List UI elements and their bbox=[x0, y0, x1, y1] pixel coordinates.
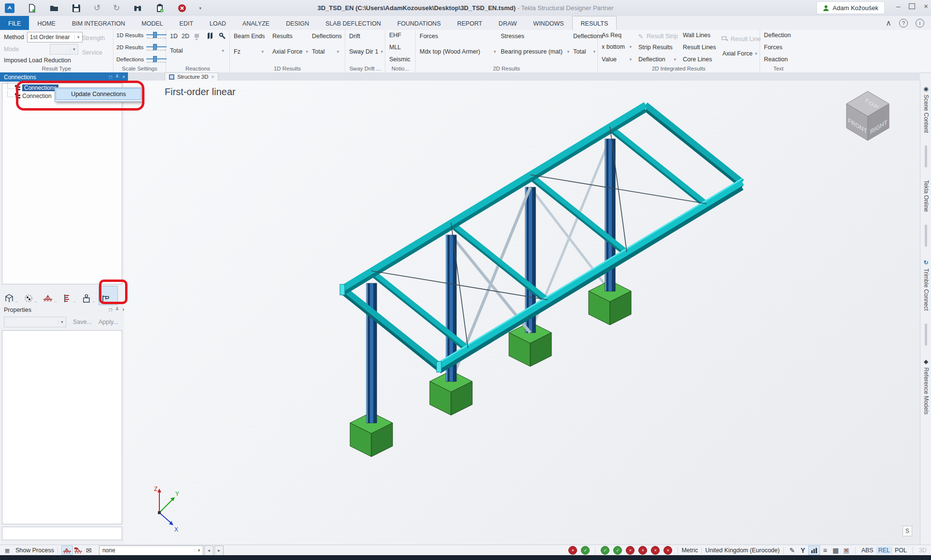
chart-icon[interactable] bbox=[808, 546, 820, 555]
sway-dir-select[interactable]: Sway Dir 1▾ bbox=[349, 48, 382, 55]
method-select[interactable]: 1st Order linear▾ bbox=[27, 32, 83, 42]
tab-load[interactable]: LOAD bbox=[201, 16, 234, 30]
mll-button[interactable]: MLL bbox=[389, 44, 401, 51]
text-deflection-button[interactable]: Deflection bbox=[764, 32, 791, 39]
show-process-label[interactable]: Show Process bbox=[15, 547, 54, 554]
trimble-connect-tab[interactable]: ↻ Trimble Connect bbox=[923, 259, 930, 311]
tab-draw[interactable]: DRAW bbox=[491, 16, 525, 30]
reference-models-tab[interactable]: ◆ Reference Models bbox=[923, 358, 930, 414]
tool-icon[interactable] bbox=[218, 32, 227, 41]
tab-edit[interactable]: EDIT bbox=[171, 16, 201, 30]
collapse-ribbon-icon[interactable]: ∧ bbox=[886, 18, 891, 28]
process-select[interactable]: none ▾ bbox=[99, 546, 203, 556]
imposed-load-reduction-button[interactable]: Imposed Load Reduction bbox=[4, 57, 71, 64]
stresses-select[interactable]: Bearing pressure (mat)▾ bbox=[501, 48, 569, 55]
tekla-online-tab[interactable]: Tekla Online bbox=[923, 180, 930, 212]
connections-panel-header[interactable]: Connections □ ╨ × bbox=[0, 72, 128, 82]
forces-label[interactable]: Forces bbox=[420, 33, 438, 40]
redo-icon[interactable]: ↻ bbox=[113, 3, 120, 13]
text-reaction-button[interactable]: Reaction bbox=[764, 56, 788, 63]
reactions-type-select[interactable]: Total▾ bbox=[170, 47, 224, 54]
wall-lines-button[interactable]: Wall Lines bbox=[683, 32, 710, 39]
close-view-icon[interactable]: × bbox=[212, 74, 214, 80]
loading-tab[interactable]: .. bbox=[21, 286, 40, 304]
grid-edit-icon[interactable]: ▦ bbox=[831, 546, 841, 555]
tab-file[interactable]: FILE bbox=[0, 16, 29, 30]
new-file-icon[interactable] bbox=[27, 3, 37, 13]
tab-bim-integration[interactable]: BIM INTEGRATION bbox=[64, 16, 133, 30]
scale-1d-slider[interactable] bbox=[146, 31, 167, 39]
scale-deflections-slider[interactable] bbox=[146, 56, 167, 63]
help-icon[interactable]: ? bbox=[899, 19, 908, 28]
user-account[interactable]: Adam Kožoušek bbox=[817, 1, 885, 14]
paste-check-icon[interactable] bbox=[155, 3, 165, 13]
results-label[interactable]: Results bbox=[272, 33, 293, 40]
save-icon[interactable] bbox=[71, 3, 81, 13]
stop-icon[interactable] bbox=[177, 3, 187, 13]
grid-icon[interactable]: ▦ bbox=[2, 546, 13, 555]
app-logo-icon[interactable] bbox=[5, 3, 14, 13]
result-lines-button[interactable]: Result Lines bbox=[683, 44, 716, 51]
restore-panel-icon[interactable]: □ bbox=[109, 74, 112, 80]
reactions-1d-button[interactable]: 1D bbox=[170, 33, 178, 40]
beam-ends-label[interactable]: Beam Ends bbox=[234, 33, 265, 40]
result-line-select[interactable]: Axial Force▾ bbox=[722, 50, 757, 57]
open-folder-icon[interactable] bbox=[49, 3, 59, 13]
deflections-2d-select[interactable]: Total▾ bbox=[573, 48, 595, 55]
drift-label[interactable]: Drift bbox=[349, 33, 360, 40]
restore-properties-icon[interactable]: □ bbox=[109, 307, 112, 312]
foundations-tab[interactable]: .. bbox=[41, 286, 59, 304]
qat-menu-caret-icon[interactable]: ▾ bbox=[199, 6, 202, 11]
rel-mode-button[interactable]: REL bbox=[876, 546, 892, 554]
minimize-button[interactable]: – bbox=[896, 2, 900, 10]
viewport-3d[interactable]: Z Y X First-order linear TOP FRONT RIGHT… bbox=[124, 81, 920, 545]
connections-tab[interactable]: .. bbox=[99, 286, 118, 305]
navigation-cube[interactable]: TOP FRONT RIGHT bbox=[841, 85, 895, 142]
find-icon[interactable] bbox=[133, 3, 142, 13]
units-label[interactable]: Metric bbox=[681, 547, 698, 554]
design-code-label[interactable]: United Kingdom (Eurocode) bbox=[705, 547, 779, 554]
pin-panel-icon[interactable]: ╨ bbox=[115, 74, 119, 80]
process-view-2-icon[interactable] bbox=[73, 546, 84, 555]
structure-tree-tab[interactable]: .. bbox=[2, 286, 20, 304]
next-process-button[interactable]: ▸ bbox=[214, 546, 224, 556]
tab-model[interactable]: MODEL bbox=[133, 16, 171, 30]
tab-results[interactable]: RESULTS bbox=[572, 16, 617, 30]
load-analysis-tab[interactable]: .. bbox=[60, 286, 78, 304]
tab-report[interactable]: REPORT bbox=[449, 16, 491, 30]
stresses-label[interactable]: Stresses bbox=[501, 33, 524, 40]
results-select[interactable]: Axial Force▾ bbox=[272, 48, 308, 55]
info-icon[interactable]: i bbox=[916, 19, 924, 28]
core-lines-button[interactable]: Core Lines bbox=[683, 56, 712, 63]
scene-content-tab[interactable]: ◉ Scene Content bbox=[923, 85, 930, 133]
list-check-icon[interactable]: ≡ bbox=[820, 546, 831, 555]
wall-reactions-icon[interactable] bbox=[206, 32, 214, 41]
ehf-button[interactable]: EHF bbox=[389, 32, 401, 39]
forces-select[interactable]: Mdx top (Wood Armer)▾ bbox=[420, 48, 496, 55]
beam-ends-select[interactable]: Fz▾ bbox=[234, 48, 264, 55]
wishbone-icon[interactable]: Y bbox=[798, 546, 808, 555]
undo-icon[interactable]: ↺ bbox=[94, 3, 100, 13]
tab-windows[interactable]: WINDOWS bbox=[525, 16, 572, 30]
tab-home[interactable]: HOME bbox=[29, 16, 64, 30]
tab-analyze[interactable]: ANALYZE bbox=[234, 16, 278, 30]
pol-mode-button[interactable]: POL bbox=[892, 546, 909, 554]
deflections-label[interactable]: Deflections bbox=[312, 33, 342, 40]
properties-panel-header[interactable]: Properties □ ╨ × bbox=[0, 305, 128, 314]
close-button[interactable]: × bbox=[924, 2, 928, 10]
strip-results-button[interactable]: Strip Results bbox=[638, 44, 673, 51]
validation-tab[interactable]: .. bbox=[79, 286, 98, 304]
text-forces-button[interactable]: Forces bbox=[764, 44, 782, 51]
restore-button[interactable] bbox=[909, 3, 915, 9]
disabled-grid-icon[interactable]: ▦✕ bbox=[841, 546, 852, 555]
scale-2d-slider[interactable] bbox=[146, 43, 167, 51]
deflections-select[interactable]: Total▾ bbox=[312, 48, 339, 55]
tab-slab-deflection[interactable]: SLAB DEFLECTION bbox=[317, 16, 389, 30]
tab-structure-3d[interactable]: Structure 3D × bbox=[165, 72, 218, 81]
pin-properties-icon[interactable]: ╨ bbox=[115, 307, 119, 312]
seismic-button[interactable]: Seismic bbox=[389, 56, 410, 63]
select-tool-icon[interactable]: ✎ bbox=[787, 546, 798, 555]
tab-foundations[interactable]: FOUNDATIONS bbox=[389, 16, 449, 30]
prev-process-button[interactable]: ◂ bbox=[204, 546, 213, 556]
x-bottom-select[interactable]: x bottom▾ bbox=[602, 43, 632, 50]
